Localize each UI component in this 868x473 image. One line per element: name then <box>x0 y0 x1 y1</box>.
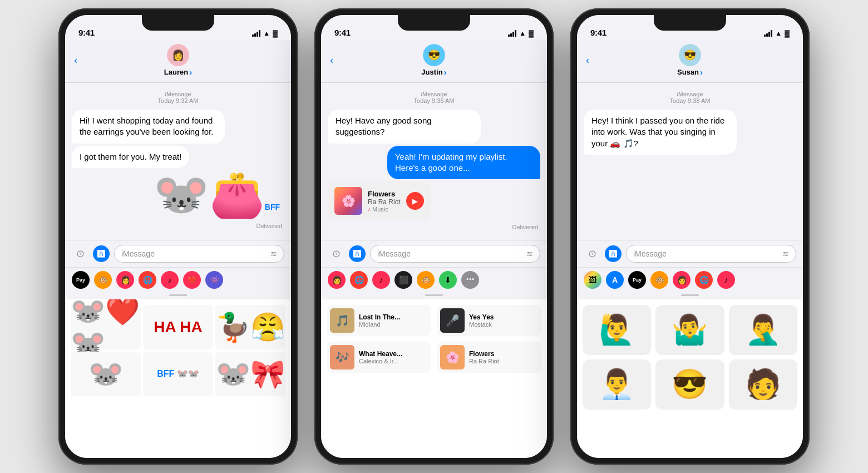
music-play-button[interactable]: ▶ <box>406 192 424 210</box>
strip-face-2[interactable]: 👩 <box>328 271 346 289</box>
strip-applepay-1[interactable]: Pay <box>72 271 90 289</box>
strip-globe-2[interactable]: 🌐 <box>350 271 368 289</box>
music-grid-artist-4: Ra Ra Riot <box>469 358 538 364</box>
nav-bar-2: ‹ 😎 Justin <box>321 40 547 83</box>
strip-music-3[interactable]: ♪ <box>717 271 735 289</box>
music-grid-item-4[interactable]: 🌸 Flowers Ra Ra Riot <box>437 342 541 373</box>
strip-applepay-3[interactable]: Pay <box>628 271 646 289</box>
sticker-cell-4[interactable]: 🐭 <box>71 352 141 396</box>
memoji-cell-4[interactable]: 👨‍💼 <box>583 359 651 410</box>
memoji-cell-5[interactable]: 😎 <box>655 359 724 410</box>
messages-area-1: iMessageToday 9:32 AM Hi! I went shoppin… <box>65 83 291 240</box>
sticker-1: 🐭👛BFF <box>154 173 280 217</box>
app-strip-3: 🖼 A Pay 🐵 👩 🌐 ♪ <box>577 267 803 291</box>
apps-button-2[interactable]: 🅰 <box>349 245 366 262</box>
camera-button-2[interactable]: ⊙ <box>328 245 344 262</box>
avatar-1: 👩 <box>167 44 189 66</box>
status-icons-1: ▲ ▓ <box>252 29 278 37</box>
camera-button-3[interactable]: ⊙ <box>584 245 600 262</box>
sticker-cell-6[interactable]: 🐭🎀 <box>215 352 285 396</box>
strip-face-1[interactable]: 👩 <box>116 271 134 289</box>
message-input-1[interactable]: iMessage ≋ <box>114 245 284 263</box>
music-card[interactable]: 🌸 Flowers Ra Ra Riot ♪ Music ▶ <box>328 181 431 220</box>
back-button-2[interactable]: ‹ <box>330 55 333 66</box>
strip-monkey-2[interactable]: 🐵 <box>417 271 435 289</box>
input-placeholder-1: iMessage <box>121 249 155 258</box>
audio-icon-1: ≋ <box>270 249 277 258</box>
phone-1: 9:41 ▲ ▓ ‹ 👩 Lauren iMessageToday 9:32 A… <box>58 8 298 465</box>
memoji-cell-2[interactable]: 🤷‍♂️ <box>655 305 724 355</box>
strip-monkey-3[interactable]: 🐵 <box>650 271 668 289</box>
audio-icon-2: ≋ <box>526 249 533 258</box>
indicator-bar-3 <box>577 291 803 299</box>
bubble-3-1: Hey! I think I passed you on the ride in… <box>584 110 737 155</box>
music-grid-artist-3: Calexico & Ir... <box>359 358 428 364</box>
messages-area-3: iMessageToday 9:38 AM Hey! I think I pas… <box>577 83 803 240</box>
message-row-2-2: Yeah! I'm updating my playlist. Here's a… <box>328 146 540 180</box>
strip-photos-3[interactable]: 🖼 <box>584 271 601 289</box>
strip-music-2[interactable]: ♪ <box>372 271 390 289</box>
contact-name-1[interactable]: Lauren <box>164 67 192 77</box>
strip-download-2[interactable]: ⬇ <box>439 271 457 289</box>
music-grid-item-3[interactable]: 🎶 What Heave... Calexico & Ir... <box>327 342 431 373</box>
strip-face-3[interactable]: 👩 <box>673 271 691 289</box>
contact-name-3[interactable]: Susan <box>677 67 703 77</box>
message-row-2-1: Hey! Have any good song suggestions? <box>328 110 540 144</box>
music-art: 🌸 <box>334 187 362 215</box>
sticker-cell-5[interactable]: BFF 🐭🐭 <box>143 352 213 396</box>
music-grid-info-2: Yes Yes Mostack <box>469 313 538 328</box>
music-thumb-4: 🌸 <box>440 345 465 369</box>
strip-heart-1[interactable]: ❤️ <box>183 271 201 289</box>
back-button-3[interactable]: ‹ <box>586 55 589 66</box>
camera-button-1[interactable]: ⊙ <box>72 245 88 262</box>
nav-bar-3: ‹ 😎 Susan <box>577 40 803 83</box>
message-row-3-1: Hey! I think I passed you on the ride in… <box>584 110 796 155</box>
music-grid-info-3: What Heave... Calexico & Ir... <box>359 350 428 364</box>
battery-icon-2: ▓ <box>529 29 534 37</box>
music-grid-item-2[interactable]: 🎤 Yes Yes Mostack <box>437 305 541 336</box>
notch-3 <box>654 15 726 31</box>
strip-globe-3[interactable]: 🌐 <box>695 271 713 289</box>
avatar-2: 😎 <box>423 44 445 66</box>
music-grid-artist-1: Midland <box>359 321 428 328</box>
apps-button-3[interactable]: 🅰 <box>605 245 622 262</box>
message-input-3[interactable]: iMessage ≋ <box>626 245 796 263</box>
sticker-cell-1[interactable]: 🐭❤️🐭 <box>71 305 141 349</box>
memoji-cell-3[interactable]: 🤦‍♂️ <box>729 305 797 355</box>
timestamp-3: iMessageToday 9:38 AM <box>584 91 796 104</box>
strip-globe-1[interactable]: 🌐 <box>139 271 156 289</box>
apps-button-1[interactable]: 🅰 <box>93 245 110 262</box>
wifi-icon-2: ▲ <box>519 29 526 37</box>
strip-monkey-1[interactable]: 🐵 <box>94 271 112 289</box>
sticker-cell-3[interactable]: 🦆😤 <box>215 305 285 349</box>
strip-music-1[interactable]: ♪ <box>161 271 179 289</box>
avatar-img-2: 😎 <box>423 44 445 66</box>
memoji-cell-6[interactable]: 🧑 <box>729 359 797 410</box>
timestamp-1: iMessageToday 9:32 AM <box>72 91 284 104</box>
memoji-cell-1[interactable]: 🙋‍♂️ <box>583 305 651 355</box>
status-icons-3: ▲ ▓ <box>764 29 790 37</box>
bubble-1-1: Hi! I went shopping today and found the … <box>72 110 225 144</box>
strip-game-1[interactable]: 👾 <box>205 271 223 289</box>
music-grid-item-1[interactable]: 🎵 Lost In The... Midland <box>327 305 431 336</box>
avatar-img-1: 👩 <box>167 44 189 66</box>
messages-area-2: iMessageToday 9:36 AM Hey! Have any good… <box>321 83 547 240</box>
strip-apps-3[interactable]: A <box>606 271 624 289</box>
music-grid-artist-2: Mostack <box>469 321 538 328</box>
music-title: Flowers <box>368 190 401 198</box>
music-grid: 🎵 Lost In The... Midland 🎤 Yes Yes Mosta… <box>327 305 541 373</box>
signal-icon-1 <box>252 30 260 37</box>
nav-bar-1: ‹ 👩 Lauren <box>65 40 291 83</box>
bottom-panel-1: 🐭❤️🐭 HA HA 🦆😤 🐭 BFF 🐭🐭 🐭🎀 <box>65 299 291 459</box>
status-time-1: 9:41 <box>78 28 95 37</box>
stickers-grid-1: 🐭❤️🐭 HA HA 🦆😤 🐭 BFF 🐭🐭 🐭🎀 <box>71 305 285 396</box>
strip-dark-2[interactable]: ⬛ <box>394 271 412 289</box>
message-input-2[interactable]: iMessage ≋ <box>370 245 540 263</box>
strip-more-2[interactable]: ··· <box>461 271 479 289</box>
back-button-1[interactable]: ‹ <box>74 55 77 66</box>
phone-3: 9:41 ▲ ▓ ‹ 😎 Susan iMessageToday 9:38 AM <box>570 8 810 465</box>
avatar-img-3: 😎 <box>679 44 701 66</box>
memoji-grid: 🙋‍♂️ 🤷‍♂️ 🤦‍♂️ 👨‍💼 😎 🧑 <box>583 305 797 410</box>
contact-name-2[interactable]: Justin <box>421 67 446 77</box>
sticker-cell-2[interactable]: HA HA <box>143 305 213 349</box>
